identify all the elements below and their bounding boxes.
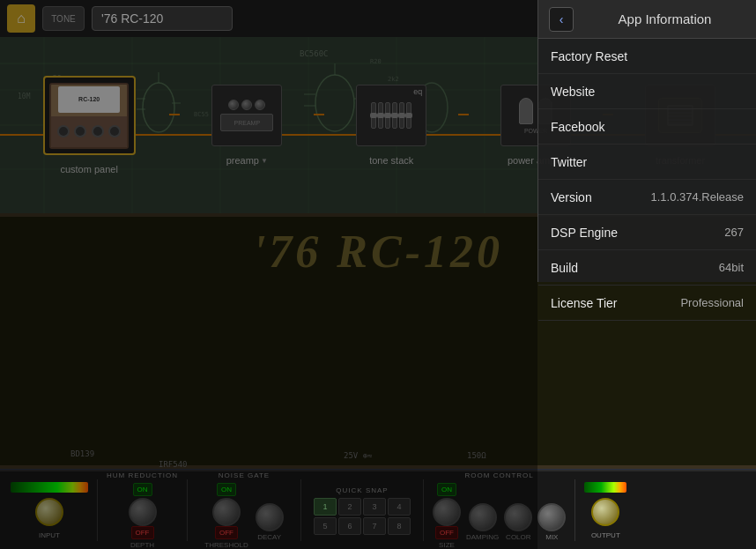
overlay-row-dsp-engine: DSP Engine 267 [538,215,756,250]
license-tier-label: License Tier [551,296,680,310]
back-icon: ‹ [560,12,564,26]
overlay-panel: ‹ App Information Factory Reset Website … [537,0,756,282]
dsp-engine-value: 267 [724,226,744,239]
mix-knob[interactable] [537,503,566,531]
factory-reset-label: Factory Reset [551,49,744,63]
facebook-label: Facebook [551,120,744,134]
dsp-engine-label: DSP Engine [551,226,724,240]
output-section: OUTPUT [579,482,632,539]
mix-label: MIX [545,533,558,541]
twitter-label: Twitter [551,155,744,169]
overlay-row-factory-reset[interactable]: Factory Reset [538,39,756,74]
overlay-row-build: Build 64bit [538,250,756,286]
overlay-header: ‹ App Information [538,0,756,39]
main-background: BC560C R8 10M R11 BC55 R20 2k2 ⌂ TONE '7… [0,0,756,549]
build-label: Build [551,261,719,275]
license-tier-value: Professional [680,296,744,309]
output-label: OUTPUT [591,531,620,539]
version-label: Version [551,190,650,204]
overlay-row-website[interactable]: Website [538,74,756,109]
output-meter [584,482,626,493]
output-knob[interactable] [591,498,619,526]
overlay-row-facebook[interactable]: Facebook [538,109,756,145]
overlay-title: App Information [584,11,745,26]
overlay-row-version: Version 1.1.0.374.Release [538,180,756,215]
background-dimmer [0,0,537,549]
overlay-back-button[interactable]: ‹ [549,7,574,32]
website-label: Website [551,85,744,99]
overlay-row-license-tier: License Tier Professional [538,286,756,321]
version-value: 1.1.0.374.Release [650,190,744,204]
build-value: 64bit [719,261,744,274]
overlay-row-twitter[interactable]: Twitter [538,145,756,180]
